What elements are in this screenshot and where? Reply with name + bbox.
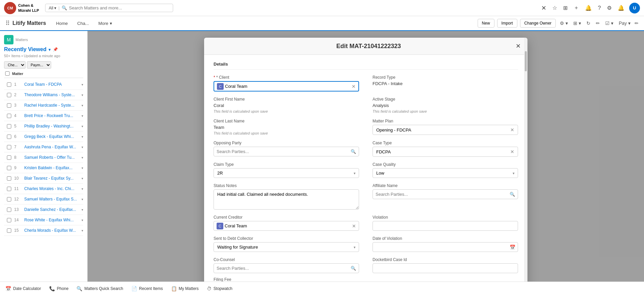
- close-button[interactable]: ✕: [540, 3, 548, 13]
- row-checkbox[interactable]: [4, 103, 14, 108]
- row-dropdown-arrow[interactable]: ▾: [82, 177, 83, 180]
- client-clear-button[interactable]: ✕: [352, 84, 356, 89]
- row-dropdown-arrow[interactable]: ▾: [82, 93, 83, 97]
- new-button[interactable]: New: [478, 19, 494, 28]
- row-checkbox[interactable]: [4, 228, 14, 233]
- row-checkbox[interactable]: [4, 197, 14, 201]
- row-dropdown-arrow[interactable]: ▾: [82, 187, 83, 191]
- settings-gear-icon[interactable]: ⚙ ▾: [558, 19, 569, 27]
- row-dropdown-arrow[interactable]: ▾: [82, 166, 83, 170]
- bottom-bar-my-matters[interactable]: 📋 My Matters: [171, 286, 199, 291]
- row-dropdown-arrow[interactable]: ▾: [82, 145, 83, 149]
- nav-more[interactable]: More ▾: [94, 16, 117, 31]
- pencil-icon[interactable]: ✏: [635, 21, 639, 26]
- user-avatar[interactable]: U: [629, 3, 640, 13]
- row-checkbox[interactable]: [4, 187, 14, 191]
- status-notes-textarea[interactable]: Had initial call. Claimed all needed doc…: [214, 189, 359, 210]
- row-checkbox[interactable]: [4, 166, 14, 170]
- row-dropdown-arrow[interactable]: ▾: [82, 83, 83, 86]
- gear-icon[interactable]: ⚙: [606, 3, 613, 12]
- client-input[interactable]: [224, 82, 352, 91]
- current-creditor-clear-button[interactable]: ✕: [352, 223, 356, 229]
- sidebar-filter-select[interactable]: Che...: [4, 61, 26, 69]
- row-dropdown-arrow[interactable]: ▾: [82, 156, 83, 159]
- checkbox-filter-icon[interactable]: ☑ ▾: [604, 19, 615, 27]
- nav-cha[interactable]: Cha...: [72, 16, 94, 31]
- co-counsel-input[interactable]: [217, 264, 351, 273]
- table-row[interactable]: 13 Danielle Sanchez - Equifax... ▾: [4, 205, 83, 215]
- row-dropdown-arrow[interactable]: ▾: [82, 135, 83, 139]
- bottom-bar-recent-items[interactable]: 📄 Recent Items: [131, 286, 163, 291]
- row-checkbox[interactable]: [4, 218, 14, 222]
- row-checkbox[interactable]: [4, 176, 14, 181]
- table-row[interactable]: 5 Phillip Bradley - Washingt... ▾: [4, 121, 83, 132]
- modal-scrollbar[interactable]: [524, 38, 527, 282]
- opposing-party-search-button[interactable]: 🔍: [351, 149, 356, 154]
- bottom-bar-date-calculator[interactable]: 📅 Date Calculator: [5, 286, 41, 291]
- pin-icon[interactable]: 📌: [53, 47, 58, 52]
- case-quality-select[interactable]: Low Medium High: [373, 168, 518, 178]
- row-dropdown-arrow[interactable]: ▾: [82, 124, 83, 128]
- table-row[interactable]: 6 Gregg Beck - Equifax Whi... ▾: [4, 132, 83, 142]
- row-checkbox[interactable]: [4, 82, 14, 87]
- row-dropdown-arrow[interactable]: ▾: [82, 197, 83, 201]
- row-dropdown-arrow[interactable]: ▾: [82, 208, 83, 212]
- notifications-icon[interactable]: 🔔: [584, 3, 593, 12]
- docketbird-input[interactable]: [373, 263, 518, 273]
- table-row[interactable]: 15 Cherla Morads - Equifax W... ▾: [4, 225, 83, 236]
- matter-plan-clear-button[interactable]: ✕: [510, 127, 514, 133]
- table-row[interactable]: 3 Rachel Hardcastle - Syste... ▾: [4, 100, 83, 111]
- co-counsel-input-wrapper[interactable]: 🔍: [214, 263, 359, 273]
- client-input-wrapper[interactable]: C ✕: [214, 81, 359, 91]
- case-type-clear-button[interactable]: ✕: [510, 149, 514, 154]
- bottom-bar-matters-quick-search[interactable]: 🔍 Matters Quick Search: [76, 286, 123, 291]
- waffle-icon[interactable]: ⠿: [5, 20, 10, 27]
- affiliate-name-input[interactable]: [376, 190, 510, 199]
- bottom-bar-phone[interactable]: 📞 Phone: [49, 286, 69, 291]
- current-creditor-input[interactable]: [223, 221, 352, 230]
- table-row[interactable]: 4 Brett Price - Rockwell Tru... ▾: [4, 111, 83, 121]
- row-checkbox[interactable]: [4, 145, 14, 149]
- edit-icon[interactable]: ✏: [594, 19, 601, 27]
- select-all-checkbox[interactable]: [4, 71, 11, 76]
- grid-view-icon[interactable]: ⊞ ▾: [572, 19, 582, 27]
- table-row[interactable]: 2 Theodore Williams - Syste... ▾: [4, 90, 83, 100]
- table-row[interactable]: 10 Blair Tavarez - Equifax Sy... ▾: [4, 173, 83, 184]
- row-checkbox[interactable]: [4, 208, 14, 212]
- affiliate-name-input-wrapper[interactable]: 🔍: [373, 189, 518, 199]
- table-row[interactable]: 7 Aashruta Pena - Equifax W... ▾: [4, 142, 83, 152]
- modal-close-button[interactable]: ✕: [516, 42, 521, 50]
- row-checkbox[interactable]: [4, 124, 14, 128]
- search-filter-dropdown[interactable]: All ▾: [49, 6, 57, 10]
- add-icon[interactable]: ＋: [572, 3, 580, 13]
- import-button[interactable]: Import: [497, 19, 517, 28]
- table-row[interactable]: 14 Rose White - Equifax Whi... ▾: [4, 215, 83, 225]
- settings-icon[interactable]: ⊞: [562, 3, 569, 12]
- current-creditor-input-wrapper[interactable]: C ✕: [214, 221, 359, 231]
- violation-input[interactable]: 1298qw: [373, 221, 518, 231]
- table-row[interactable]: 11 Charles Morales - Inc. Chi... ▾: [4, 184, 83, 194]
- row-dropdown-arrow[interactable]: ▾: [82, 218, 83, 222]
- sent-to-debt-select[interactable]: Waiting for Signature Sent Not Sent: [214, 242, 359, 252]
- co-counsel-search-button[interactable]: 🔍: [351, 266, 356, 271]
- search-input[interactable]: [69, 5, 157, 10]
- nav-home[interactable]: Home: [52, 16, 73, 31]
- calendar-icon[interactable]: 📅: [510, 245, 515, 250]
- claim-type-select[interactable]: 2R 3R 4R: [214, 168, 359, 178]
- refresh-icon[interactable]: ↻: [585, 19, 592, 27]
- bell-icon[interactable]: 🔔: [616, 3, 626, 12]
- date-of-violation-input[interactable]: 3/28/2021: [373, 242, 518, 252]
- opposing-party-input-wrapper[interactable]: 🔍: [214, 147, 359, 156]
- help-icon[interactable]: ?: [597, 4, 602, 12]
- row-checkbox[interactable]: [4, 114, 14, 118]
- payment-filter-icon[interactable]: Pay ▾: [617, 19, 632, 27]
- opposing-party-input[interactable]: [217, 147, 351, 156]
- affiliate-name-search-button[interactable]: 🔍: [510, 192, 515, 197]
- sidebar-dropdown-icon[interactable]: ▾: [49, 47, 51, 52]
- row-checkbox[interactable]: [4, 135, 14, 139]
- row-dropdown-arrow[interactable]: ▾: [82, 114, 83, 118]
- matter-plan-input-wrapper[interactable]: Opening - FDCPA ✕: [373, 125, 518, 135]
- global-search-bar[interactable]: All ▾ | 🔍: [45, 4, 173, 12]
- table-row[interactable]: 8 Samuel Roberts - Offer Tu... ▾: [4, 152, 83, 163]
- row-checkbox[interactable]: [4, 93, 14, 97]
